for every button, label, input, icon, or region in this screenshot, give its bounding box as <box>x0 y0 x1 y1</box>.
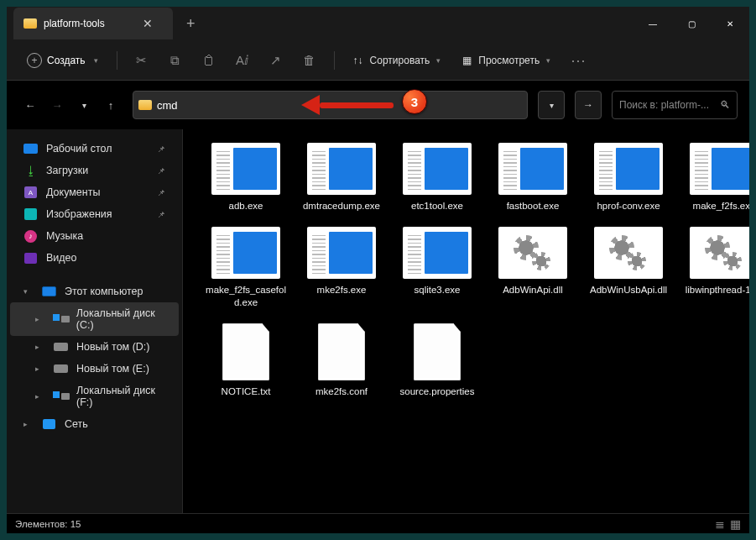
sort-label: Сортировать <box>370 55 430 66</box>
sidebar-item-drive-f[interactable]: ▸ Локальный диск (F:) <box>10 380 179 413</box>
file-name: make_f2fs_casefold.exe <box>204 284 288 308</box>
view-label: Просмотреть <box>478 55 540 66</box>
sidebar-item-music[interactable]: ♪ Музыка <box>10 225 179 247</box>
maximize-button[interactable]: ▢ <box>672 7 711 40</box>
file-item[interactable]: mke2fs.conf <box>299 323 384 397</box>
sidebar-item-drive-c[interactable]: ▸ Локальный диск (C:) <box>10 302 179 336</box>
file-item[interactable]: adb.exe <box>203 143 289 212</box>
sidebar-item-this-pc[interactable]: ▾ Этот компьютер <box>10 280 179 302</box>
file-name: etc1tool.exe <box>411 200 463 212</box>
address-input[interactable] <box>152 99 522 112</box>
exe-icon <box>307 143 376 195</box>
file-grid: adb.exedmtracedump.exeetc1tool.exefastbo… <box>203 143 741 398</box>
annotation-badge: 3 <box>402 89 427 114</box>
address-dropdown[interactable]: ▾ <box>538 91 565 119</box>
chevron-right-icon: ▸ <box>35 343 45 351</box>
pin-icon: 📌︎ <box>157 210 165 219</box>
new-tab-button[interactable]: + <box>173 15 209 33</box>
cut-icon[interactable]: ✂ <box>128 47 156 74</box>
file-item[interactable]: fastboot.exe <box>490 143 576 212</box>
sidebar-item-documents[interactable]: A Документы 📌︎ <box>10 181 179 203</box>
tab-platform-tools[interactable]: platform-tools ✕ <box>13 8 173 39</box>
exe-icon <box>211 227 280 279</box>
file-icon <box>318 323 365 380</box>
exe-icon <box>690 143 749 195</box>
file-name: AdbWinApi.dll <box>503 284 563 296</box>
file-item[interactable]: hprof-conv.exe <box>586 143 671 212</box>
pin-icon: 📌︎ <box>157 144 165 154</box>
go-button[interactable]: → <box>575 91 602 119</box>
label: Этот компьютер <box>65 286 143 297</box>
title-bar: platform-tools ✕ + ― ▢ ✕ <box>7 7 749 40</box>
search-box[interactable]: Поиск в: platform-... 🔍︎ <box>612 91 738 119</box>
share-icon[interactable]: ↗ <box>262 47 290 74</box>
delete-icon[interactable]: 🗑︎ <box>295 47 324 74</box>
sidebar-item-pictures[interactable]: Изображения 📌︎ <box>10 203 179 225</box>
copy-icon[interactable]: ⧉ <box>161 47 190 74</box>
file-item[interactable]: sqlite3.exe <box>394 227 480 308</box>
divider <box>334 51 335 70</box>
sidebar-item-video[interactable]: Видео <box>10 247 179 269</box>
address-bar[interactable]: 3 <box>133 91 528 119</box>
forward-button[interactable]: → <box>45 93 69 117</box>
view-button[interactable]: ▦ Просмотреть ▾ <box>454 50 559 71</box>
recent-button[interactable]: ▾ <box>72 93 96 117</box>
sidebar-item-drive-d[interactable]: ▸ Новый том (D:) <box>10 336 179 358</box>
file-name: NOTICE.txt <box>222 385 271 397</box>
exe-icon <box>211 143 280 195</box>
file-name: dmtracedump.exe <box>303 200 380 212</box>
item-count: Элементов: 15 <box>15 519 81 529</box>
chevron-right-icon: ▸ <box>35 315 44 323</box>
file-item[interactable]: source.properties <box>394 323 480 397</box>
file-item[interactable]: NOTICE.txt <box>203 323 289 397</box>
view-icons-icon[interactable]: ▦ <box>730 517 741 531</box>
file-item[interactable]: mke2fs.exe <box>299 227 384 308</box>
file-name: adb.exe <box>229 200 263 212</box>
sort-button[interactable]: ↑↓ Сортировать ▾ <box>345 50 450 71</box>
create-button[interactable]: + Создать ▾ <box>18 49 107 72</box>
sidebar-item-downloads[interactable]: ⭳ Загрузки 📌︎ <box>10 160 179 181</box>
up-button[interactable]: ↑ <box>99 93 123 117</box>
sidebar-item-desktop[interactable]: Рабочий стол 📌︎ <box>10 138 179 160</box>
file-item[interactable]: make_f2fs_casefold.exe <box>203 227 289 308</box>
file-item[interactable]: etc1tool.exe <box>394 143 480 212</box>
exe-icon <box>403 227 472 279</box>
download-icon: ⭳ <box>23 165 38 176</box>
minimize-button[interactable]: ― <box>633 7 672 40</box>
file-name: source.properties <box>400 385 475 397</box>
paste-icon[interactable]: 📋︎ <box>195 47 223 74</box>
chevron-right-icon: ▸ <box>35 364 45 373</box>
close-button[interactable]: ✕ <box>711 7 749 40</box>
status-bar: Элементов: 15 ≣ ▦ <box>7 513 749 533</box>
file-item[interactable]: libwinpthread-1.dll <box>681 227 749 308</box>
text-file-icon <box>222 323 269 380</box>
file-name: AdbWinUsbApi.dll <box>590 284 667 296</box>
rename-icon[interactable]: Aⅈ <box>228 47 257 74</box>
view-details-icon[interactable]: ≣ <box>715 517 725 531</box>
more-icon[interactable]: ⋯ <box>564 47 592 74</box>
close-tab-icon[interactable]: ✕ <box>138 17 158 30</box>
back-button[interactable]: ← <box>18 93 42 117</box>
file-item[interactable]: AdbWinApi.dll <box>490 227 576 308</box>
toolbar: + Создать ▾ ✂ ⧉ 📋︎ Aⅈ ↗ 🗑︎ ↑↓ Сортироват… <box>7 40 749 81</box>
file-name: fastboot.exe <box>507 200 560 212</box>
sort-icon: ↑↓ <box>353 55 363 66</box>
disk-icon <box>53 314 68 324</box>
exe-icon <box>594 143 663 195</box>
create-label: Создать <box>47 55 86 66</box>
window-controls: ― ▢ ✕ <box>633 7 749 40</box>
file-item[interactable]: make_f2fs.exe <box>681 143 749 212</box>
file-item[interactable]: dmtracedump.exe <box>299 143 384 212</box>
tab-title: platform-tools <box>44 18 105 29</box>
file-name: hprof-conv.exe <box>597 200 660 212</box>
sidebar-item-drive-e[interactable]: ▸ Новый том (E:) <box>10 358 179 380</box>
plus-icon: + <box>27 53 42 68</box>
folder-icon <box>138 100 152 110</box>
folder-icon <box>23 18 37 29</box>
exe-icon <box>307 227 376 279</box>
label: Загрузки <box>46 165 88 176</box>
file-item[interactable]: AdbWinUsbApi.dll <box>586 227 671 308</box>
sidebar-item-network[interactable]: ▸ Сеть <box>10 413 179 435</box>
label: Локальный диск (C:) <box>76 307 165 331</box>
file-name: mke2fs.conf <box>315 385 368 397</box>
